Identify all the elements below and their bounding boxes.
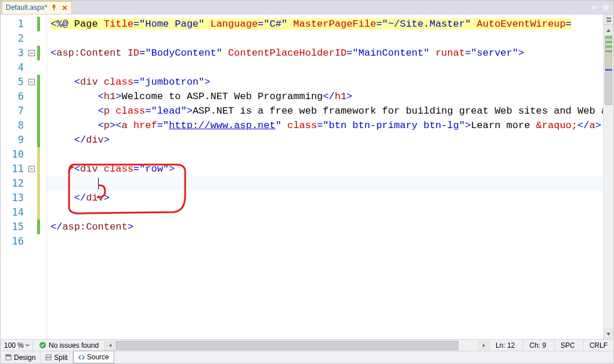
scroll-track[interactable] (115, 340, 479, 351)
scroll-left-icon[interactable] (105, 340, 115, 351)
design-icon (5, 354, 12, 361)
document-tab[interactable]: Default.aspx* (2, 1, 72, 14)
zoom-level[interactable]: 100 % (1, 340, 33, 351)
code-line (47, 31, 603, 46)
svg-rect-10 (606, 20, 611, 22)
fold-column (26, 14, 37, 339)
code-line: <div class="row"> (47, 162, 603, 176)
view-tab-design[interactable]: Design (1, 351, 41, 364)
code-line: </asp:Content> (47, 220, 603, 234)
svg-line-8 (608, 5, 608, 6)
code-line (47, 234, 603, 249)
code-line: <%@ Page Title="Home Page" Language="C#"… (47, 17, 603, 31)
code-line: <asp:Content ID="BodyContent" ContentPla… (47, 46, 603, 60)
fold-toggle-icon[interactable] (28, 79, 35, 85)
scroll-thumb[interactable] (116, 341, 458, 350)
svg-rect-14 (46, 355, 51, 357)
text-caret (98, 178, 99, 190)
vertical-scrollbar[interactable] (603, 14, 613, 339)
status-eol[interactable]: CRLF (583, 340, 613, 351)
code-line: <p class="lead">ASP.NET is a free web fr… (47, 104, 603, 118)
line-numbers: 12345678 910111213141516 (1, 14, 26, 339)
view-tab-source[interactable]: Source (73, 351, 114, 363)
code-line: <p><a href="http://www.asp.net" class="b… (47, 118, 603, 133)
source-icon (78, 354, 85, 361)
gear-icon[interactable] (602, 3, 610, 12)
fold-toggle-icon[interactable] (28, 166, 35, 172)
view-tab-split[interactable]: Split (41, 351, 73, 364)
status-indent[interactable]: SPC (554, 340, 581, 351)
svg-line-5 (604, 5, 604, 6)
svg-rect-15 (46, 358, 51, 360)
code-line: </div> (47, 133, 603, 147)
fold-toggle-icon[interactable] (28, 50, 35, 56)
pin-icon[interactable] (50, 4, 57, 11)
status-line: Ln: 12 (489, 340, 521, 351)
tab-title: Default.aspx* (6, 3, 47, 12)
gutter: 12345678 910111213141516 (1, 14, 47, 339)
svg-line-7 (604, 9, 604, 9)
code-line (47, 205, 603, 220)
scroll-right-icon[interactable] (479, 340, 489, 351)
scroll-track[interactable] (604, 35, 613, 329)
dropdown-icon[interactable] (590, 3, 598, 12)
code-line: </div> (47, 191, 603, 205)
check-circle-icon (39, 341, 46, 349)
svg-rect-9 (606, 17, 611, 19)
svg-line-6 (608, 9, 608, 9)
svg-rect-13 (6, 355, 11, 356)
editor-window: Default.aspx* 12345678 910111213141516 (0, 0, 614, 364)
svg-point-0 (605, 6, 608, 9)
status-scroll-row: 100 % No issues found Ln: 12 Ch: 9 SPC C… (1, 339, 613, 351)
code-editor[interactable]: 12345678 910111213141516 (1, 14, 613, 339)
view-tabs: Design Split Source (1, 351, 613, 363)
split-icon (45, 354, 52, 361)
change-margin (37, 14, 41, 339)
scroll-up-icon[interactable] (604, 25, 613, 35)
close-icon[interactable] (61, 4, 68, 11)
split-toggle-icon[interactable] (604, 14, 613, 25)
code-line-current (47, 176, 603, 191)
horizontal-scrollbar[interactable] (105, 340, 489, 351)
code-line (47, 60, 603, 75)
document-tab-strip: Default.aspx* (1, 1, 613, 14)
code-surface[interactable]: <%@ Page Title="Home Page" Language="C#"… (47, 14, 603, 339)
scroll-down-icon[interactable] (604, 329, 613, 339)
issues-indicator[interactable]: No issues found (33, 340, 105, 351)
status-column: Ch: 9 (523, 340, 552, 351)
code-line: <h1>Welcome to ASP.NET Web Programming</… (47, 89, 603, 104)
code-line: <div class="jumbotron"> (47, 75, 603, 89)
code-line (47, 147, 603, 162)
